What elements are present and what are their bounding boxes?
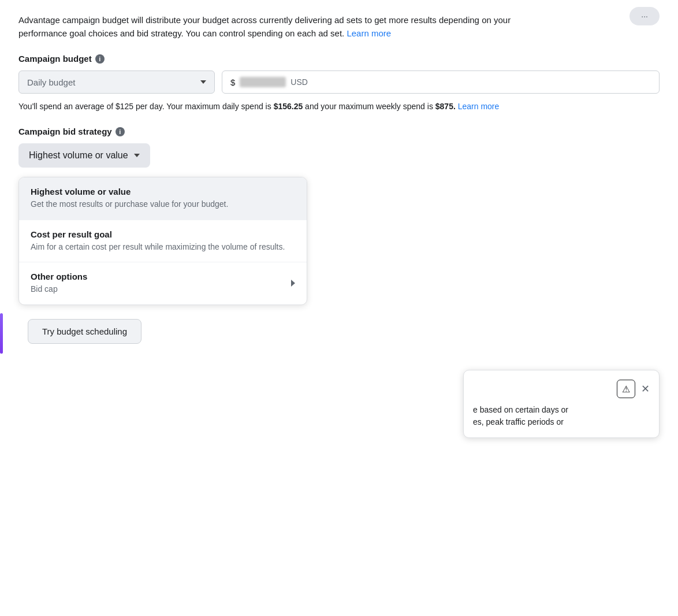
try-budget-button-label: Try budget scheduling <box>42 326 127 336</box>
max-weekly-amount: $875. <box>435 102 456 111</box>
bid-option-1-title: Cost per result goal <box>31 229 295 239</box>
bid-strategy-title-text: Campaign bid strategy <box>18 127 112 136</box>
bid-option-1-desc: Aim for a certain cost per result while … <box>31 242 295 253</box>
campaign-budget-section: Campaign budget i Daily budget $ USD You… <box>18 54 660 113</box>
budget-amount-field[interactable]: $ USD <box>222 70 660 94</box>
tooltip-text: e based on certain days ores, peak traff… <box>473 404 650 428</box>
tooltip-header: ⚠ ✕ <box>473 380 650 398</box>
bid-strategy-info-icon[interactable]: i <box>116 127 125 136</box>
bid-option-0-desc: Get the most results or purchase value f… <box>31 199 295 210</box>
campaign-budget-title-text: Campaign budget <box>18 54 92 64</box>
bid-strategy-dropdown-button[interactable]: Highest volume or value <box>18 143 150 168</box>
bid-option-0-title: Highest volume or value <box>31 187 295 196</box>
tooltip-note-icon: ⚠ <box>617 380 635 398</box>
budget-amount-blurred <box>240 77 286 87</box>
intro-text-part1: Advantage campaign budget will distribut… <box>18 15 511 38</box>
tooltip-close-button[interactable]: ✕ <box>641 384 650 394</box>
bid-strategy-dropdown-menu: Highest volume or value Get the most res… <box>18 177 307 305</box>
campaign-bid-strategy-section: Campaign bid strategy i Highest volume o… <box>18 127 660 305</box>
budget-type-chevron-icon <box>200 80 206 84</box>
intro-paragraph: Advantage campaign budget will distribut… <box>18 14 538 40</box>
intro-learn-more-link[interactable]: Learn more <box>347 28 391 38</box>
bid-option-2-content: Other options Bid cap <box>31 272 87 295</box>
spend-learn-more-link[interactable]: Learn more <box>456 102 499 111</box>
bid-option-2-title: Other options <box>31 272 87 281</box>
bid-option-other[interactable]: Other options Bid cap <box>19 262 307 305</box>
tooltip-popup: ⚠ ✕ e based on certain days ores, peak t… <box>463 370 660 438</box>
try-budget-section: Try budget scheduling <box>18 319 660 344</box>
bid-option-highest-volume[interactable]: Highest volume or value Get the most res… <box>19 177 307 220</box>
spend-info: You'll spend an average of $125 per day.… <box>18 101 538 113</box>
budget-type-label: Daily budget <box>27 77 75 87</box>
bid-strategy-selected-label: Highest volume or value <box>29 150 128 161</box>
bid-option-2-arrow-icon <box>291 280 295 287</box>
currency-code: USD <box>290 77 308 87</box>
bid-option-cost-per-result[interactable]: Cost per result goal Aim for a certain c… <box>19 220 307 263</box>
spend-info-part1: You'll spend an average of $125 per day.… <box>18 102 274 111</box>
campaign-budget-info-icon[interactable]: i <box>95 54 105 64</box>
page-container: ··· Advantage campaign budget will distr… <box>0 0 678 616</box>
main-content: Advantage campaign budget will distribut… <box>0 0 678 362</box>
bid-option-2-desc: Bid cap <box>31 284 87 295</box>
currency-symbol: $ <box>230 77 235 87</box>
try-budget-scheduling-button[interactable]: Try budget scheduling <box>28 319 141 344</box>
campaign-budget-title: Campaign budget i <box>18 54 660 64</box>
bid-strategy-title: Campaign bid strategy i <box>18 127 660 136</box>
bid-strategy-chevron-icon <box>134 154 140 157</box>
max-daily-amount: $156.25 <box>274 102 303 111</box>
budget-type-select[interactable]: Daily budget <box>18 70 215 94</box>
budget-row: Daily budget $ USD <box>18 70 660 94</box>
left-purple-bar <box>0 313 3 354</box>
spend-info-part2: and your maximum weekly spend is <box>303 102 435 111</box>
